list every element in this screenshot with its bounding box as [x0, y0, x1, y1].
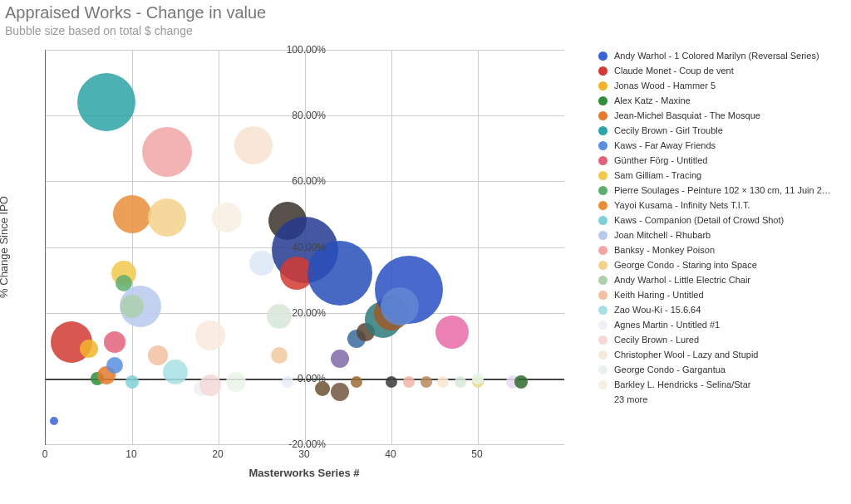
legend-item[interactable]: Banksy - Monkey Poison	[598, 246, 844, 255]
legend-swatch	[598, 126, 608, 135]
legend-label: Cecily Brown - Girl Trouble	[614, 126, 723, 135]
legend-item[interactable]: Kaws - Companion (Detail of Crowd Shot)	[598, 216, 844, 225]
bubble[interactable]	[234, 126, 273, 164]
bubble[interactable]	[148, 198, 186, 237]
legend-swatch	[598, 306, 608, 315]
bubble[interactable]	[106, 357, 123, 374]
x-tick-label: 40	[385, 448, 396, 460]
bubble[interactable]	[50, 417, 58, 425]
bubble[interactable]	[121, 295, 144, 318]
bubble[interactable]	[455, 376, 466, 388]
bubble[interactable]	[212, 203, 242, 232]
bubble[interactable]	[381, 287, 419, 325]
legend-swatch	[598, 365, 608, 374]
chart-page: Appraised Works - Change in value Bubble…	[0, 0, 851, 504]
legend-label: Zao Wou-Ki - 15.6.64	[614, 306, 701, 315]
bubble[interactable]	[421, 376, 432, 388]
legend-item[interactable]: Andy Warhol - 1 Colored Marilyn (Reversa…	[598, 51, 844, 61]
legend-item[interactable]: Cecily Brown - Lured	[598, 335, 844, 345]
legend-swatch	[598, 335, 608, 345]
chart-title: Appraised Works - Change in value	[5, 3, 266, 22]
bubble[interactable]	[403, 376, 415, 388]
legend-label: Kaws - Companion (Detail of Crowd Shot)	[614, 216, 784, 225]
legend-label: Pierre Soulages - Peinture 102 × 130 cm,…	[614, 186, 831, 195]
legend-swatch	[598, 66, 608, 76]
bubble[interactable]	[148, 345, 168, 365]
legend-label: Andy Warhol - Little Electric Chair	[614, 276, 750, 285]
y-axis-label-wrap: % Change Since IPO	[0, 50, 12, 444]
legend-label: Banksy - Monkey Poison	[614, 246, 715, 255]
legend-label: Claude Monet - Coup de vent	[614, 66, 734, 76]
bubble[interactable]	[80, 340, 98, 358]
chart-subtitle: Bubble size based on total $ change	[5, 24, 266, 37]
legend-item[interactable]: Jean-Michel Basquiat - The Mosque	[598, 111, 844, 120]
legend: Andy Warhol - 1 Colored Marilyn (Reversa…	[598, 51, 844, 404]
x-tick-label: 0	[42, 448, 48, 460]
legend-item[interactable]: Sam Gilliam - Tracing	[598, 171, 844, 180]
legend-label: Andy Warhol - 1 Colored Marilyn (Reversa…	[614, 51, 819, 61]
bubble[interactable]	[249, 251, 274, 276]
legend-item[interactable]: Yayoi Kusama - Infinity Nets T.I.T.	[598, 201, 844, 210]
x-tick-label: 30	[298, 448, 309, 460]
bubble[interactable]	[271, 347, 288, 364]
bubble[interactable]	[472, 373, 484, 384]
legend-swatch	[598, 380, 608, 389]
legend-item[interactable]: Cecily Brown - Girl Trouble	[598, 126, 844, 135]
bubble[interactable]	[125, 375, 139, 389]
bubble[interactable]	[331, 383, 349, 401]
legend-item[interactable]: Keith Haring - Untitled	[598, 291, 844, 300]
legend-item[interactable]: Agnes Martin - Untitled #1	[598, 321, 844, 330]
bubble[interactable]	[77, 73, 135, 131]
legend-swatch	[598, 156, 608, 165]
legend-label: Jonas Wood - Hammer 5	[614, 81, 716, 91]
legend-label: Cecily Brown - Lured	[614, 335, 699, 345]
bubble[interactable]	[195, 321, 225, 350]
legend-label: Keith Haring - Untitled	[614, 291, 704, 300]
legend-swatch	[598, 141, 608, 150]
legend-swatch	[598, 276, 608, 285]
bubble[interactable]	[331, 350, 349, 368]
x-tick-label: 50	[471, 448, 482, 460]
legend-swatch	[598, 201, 608, 210]
y-tick-label: 80.00%	[276, 110, 326, 121]
legend-item[interactable]: Kaws - Far Away Friends	[598, 141, 844, 150]
bubble[interactable]	[142, 127, 192, 177]
bubble[interactable]	[113, 195, 151, 233]
legend-item[interactable]: Zao Wou-Ki - 15.6.64	[598, 306, 844, 315]
y-axis-label: % Change Since IPO	[0, 196, 10, 298]
legend-label: Agnes Martin - Untitled #1	[614, 321, 720, 330]
legend-swatch	[598, 246, 608, 255]
bubble[interactable]	[435, 316, 469, 349]
legend-swatch	[598, 111, 608, 120]
legend-item[interactable]: Barkley L. Hendricks - Selina/Star	[598, 380, 844, 389]
legend-label: George Condo - Staring into Space	[614, 261, 757, 270]
bubble[interactable]	[226, 372, 246, 392]
legend-label: Alex Katz - Maxine	[614, 96, 691, 105]
legend-item[interactable]: Claude Monet - Coup de vent	[598, 66, 844, 76]
legend-item[interactable]: Alex Katz - Maxine	[598, 96, 844, 105]
legend-label: Günther Förg - Untitled	[614, 156, 708, 165]
y-tick-label: 20.00%	[276, 307, 326, 319]
legend-more[interactable]: 23 more	[614, 395, 844, 404]
bubble[interactable]	[351, 376, 362, 388]
legend-item[interactable]: Joan Mitchell - Rhubarb	[598, 231, 844, 240]
legend-swatch	[598, 291, 608, 300]
legend-item[interactable]: George Condo - Staring into Space	[598, 261, 844, 270]
legend-item[interactable]: Christopher Wool - Lazy and Stupid	[598, 350, 844, 360]
legend-item[interactable]: Jonas Wood - Hammer 5	[598, 81, 844, 91]
bubble[interactable]	[514, 375, 528, 389]
bubble[interactable]	[199, 374, 221, 396]
legend-item[interactable]: Andy Warhol - Little Electric Chair	[598, 276, 844, 285]
legend-item[interactable]: Günther Förg - Untitled	[598, 156, 844, 165]
x-tick-label: 10	[125, 448, 136, 460]
legend-item[interactable]: George Condo - Gargantua	[598, 365, 844, 374]
bubble[interactable]	[163, 360, 188, 384]
y-tick-label: 40.00%	[276, 242, 326, 253]
legend-label: Sam Gilliam - Tracing	[614, 171, 701, 180]
legend-swatch	[598, 231, 608, 240]
bubble[interactable]	[386, 376, 397, 388]
legend-item[interactable]: Pierre Soulages - Peinture 102 × 130 cm,…	[598, 186, 844, 195]
bubble[interactable]	[437, 376, 449, 388]
legend-label: Kaws - Far Away Friends	[614, 141, 716, 150]
bubble[interactable]	[104, 331, 125, 353]
